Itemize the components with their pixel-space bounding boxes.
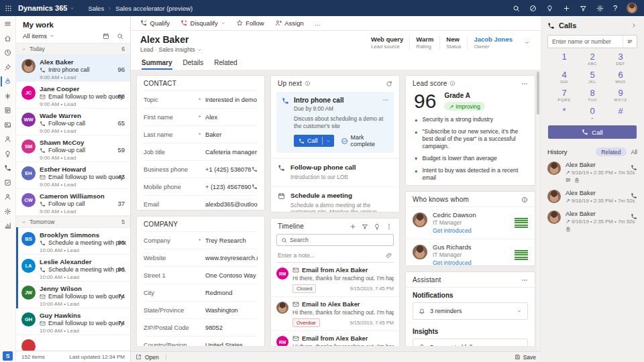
get-introduced-link[interactable]: Get introduced [433,259,509,266]
get-introduced-link[interactable]: Get introduced [433,227,509,234]
call-history-item[interactable]: Alex Baker↗9/16/19 • 2:35 PM • 7m 52s [547,205,637,233]
call-button[interactable]: Call [294,135,334,147]
sidebar-item-notes[interactable] [0,106,16,115]
call-button[interactable]: Call [548,125,637,139]
field-row[interactable]: State/ProvinceWashington [144,301,258,318]
user-avatar[interactable] [627,3,637,13]
phone-icon[interactable] [631,192,637,199]
chevron-down-icon[interactable] [517,345,522,346]
lightbulb-icon[interactable] [374,223,380,230]
feedback-icon[interactable] [529,5,537,12]
up-next-current-task[interactable]: Intro phone call Due by 9:00 AM Discuss … [276,92,394,153]
field-row[interactable]: Job titleCafeteria manager [144,143,258,160]
field-row[interactable]: Country/RegionUnited States [144,336,258,346]
sidebar-item-pinned[interactable] [0,63,16,72]
more-vertical-icon[interactable] [386,223,392,230]
field-row[interactable]: Emailalexbd365@outlook.com [144,195,258,210]
more-icon[interactable] [521,80,528,87]
dialpad-key-3[interactable]: 3DEF [606,50,635,68]
chevron-down-icon[interactable] [197,48,202,52]
list-item[interactable]: Alex BakerIntro phone call9:00 AM • Lead… [16,55,130,82]
note-input[interactable] [278,252,386,259]
dialpad-icon[interactable] [627,38,633,45]
sidebar-item-tasks[interactable] [0,178,16,187]
header-field-value[interactable]: Jacob Jones [474,36,513,43]
list-item[interactable]: JWJenny WilsonEmail followup to web quer… [16,282,130,308]
dialpad-key-7[interactable]: 7PQRS [550,86,578,105]
sidebar-item-recent[interactable] [0,48,16,57]
tab-details[interactable]: Details [183,59,204,70]
sidebar-item-activities[interactable] [0,121,16,129]
sidebar-item-people[interactable] [0,192,16,201]
sidebar-item-contacts[interactable] [0,135,16,143]
list-item[interactable] [16,335,130,351]
dialpad-key-#[interactable]: # [606,105,635,123]
sidebar-item-reports[interactable] [0,221,16,230]
worklist-group-header[interactable]: Tomorrow5 [16,216,130,228]
breadcrumb-sales-accelerator[interactable]: Sales accelerator (preview) [115,5,193,12]
sidebar-item-sales-accelerator[interactable] [0,77,16,86]
filter-icon[interactable] [362,223,368,230]
chevron-down-icon[interactable] [326,139,331,143]
follow-button[interactable]: Follow [231,16,270,30]
field-row[interactable]: Mobile phone+ (123) 4567890 [144,178,258,195]
phone-icon[interactable] [631,213,637,220]
mark-complete-button[interactable]: Mark complete [341,134,388,147]
field-row[interactable]: Websitewww.treyresearch.net [144,249,258,266]
call-history-item[interactable]: Alex Baker↗9/16/19 • 2:35 PM • 7m 52s [547,184,637,205]
reminders-row[interactable]: 3 reminders [413,302,528,320]
dial-input[interactable] [547,35,637,48]
lightbulb-icon[interactable] [546,5,553,12]
assign-button[interactable]: Assign [270,16,309,30]
sidebar-item-calls[interactable] [0,164,16,172]
sidebar-item-menu[interactable] [0,19,16,28]
list-item[interactable]: LALeslie AlexanderSchedule a meeting wit… [16,255,130,282]
s-badge[interactable]: S [3,351,13,361]
scrollbar[interactable] [537,72,539,349]
field-row[interactable]: Topic*Interested in demo [144,90,258,108]
calendar-icon[interactable] [103,33,109,40]
filter-icon[interactable] [580,5,587,12]
call-history-item[interactable]: Alex Baker↗9/16/19 • 2:35 PM • 7m 52s [547,156,637,184]
timeline-entry[interactable]: Email to Alex BakerHi there, thanks for … [271,297,399,331]
refresh-icon[interactable] [386,80,392,87]
open-label[interactable]: Open [145,354,159,361]
worklist-group-header[interactable]: Today6 [16,43,130,55]
list-item[interactable]: WWWade WarrenFollow-up call9:00 AM • Lea… [16,109,130,135]
more-icon[interactable] [382,97,389,103]
sidebar-item-lightbulb[interactable] [0,149,16,158]
help-icon[interactable]: ? [613,5,617,12]
filter-related[interactable]: Related [596,147,626,156]
timeline-search-input[interactable] [290,237,389,243]
up-next-item[interactable]: Follow-up phone callIntroduction to our … [271,158,399,186]
search-icon[interactable] [513,5,520,12]
save-button[interactable]: Save [515,354,536,361]
chevron-down-icon[interactable] [49,33,55,39]
dialpad-key-0[interactable]: 0+ [578,105,606,123]
field-row[interactable]: Business phone+1 (425) 5380783 [144,160,258,178]
plus-icon[interactable] [563,5,570,12]
field-row[interactable]: First name*Alex [144,108,258,125]
field-row[interactable]: ZIP/Postal Code98052 [144,318,258,336]
sidebar-item-settings[interactable] [0,207,16,216]
dial-number-input[interactable] [548,38,623,45]
field-row[interactable]: CityRedmond [144,284,258,301]
list-item[interactable]: EHEsther HowardEmail followup to web que… [16,162,130,189]
tab-summary[interactable]: Summary [142,59,172,70]
disqualify-button[interactable]: Disqualify [175,16,231,30]
breadcrumb-sales[interactable]: Sales [88,5,104,12]
tab-related[interactable]: Related [214,59,237,70]
dialpad-key-8[interactable]: 8TUV [578,86,606,105]
sidebar-item-home[interactable] [0,34,16,43]
qualify-button[interactable]: Qualify [135,16,175,30]
list-item[interactable]: BSBrooklyn SimmonsSchedule a meeting wit… [16,228,130,255]
list-item[interactable]: GHGuy HawkinsEmail followup to web query… [16,308,130,335]
dialpad-key-1[interactable]: 1 [550,50,578,68]
list-item[interactable]: JCJane CooperEmail followup to web query… [16,82,130,109]
list-item[interactable]: SMShawn McCoyFollow-up call9:00 AM • Lea… [16,135,130,162]
dialpad-key-9[interactable]: 9WXYZ [606,86,635,105]
timeline-search[interactable] [276,234,394,246]
more-commands-button[interactable]: … [309,16,327,30]
dialpad-key-6[interactable]: 6MNO [606,68,635,86]
chevron-right-icon[interactable] [631,22,637,29]
